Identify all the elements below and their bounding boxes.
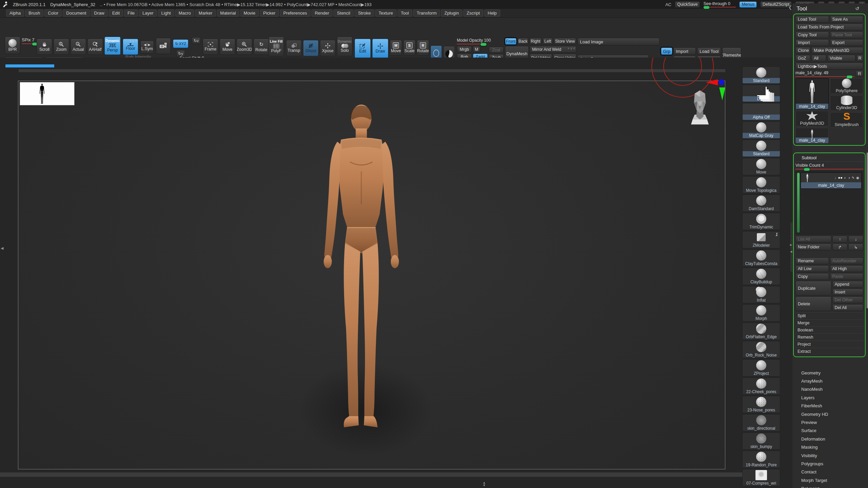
- draw-button[interactable]: Draw: [372, 39, 388, 58]
- sculpted-male-figure[interactable]: [310, 100, 412, 436]
- ghost-button[interactable]: Ghost: [303, 40, 319, 56]
- scroll-down-arrow-icon[interactable]: ◀: [790, 250, 792, 253]
- tray-item[interactable]: ZProject: [742, 359, 780, 377]
- tray-item[interactable]: skin_bumpy: [742, 432, 780, 450]
- menu-item[interactable]: Transform: [413, 9, 440, 17]
- append-button[interactable]: Append: [832, 281, 864, 288]
- lightbox-tools-button[interactable]: Lightbox▶Tools: [795, 63, 863, 69]
- tray-item[interactable]: ClayBuildup: [742, 268, 780, 285]
- menu-item[interactable]: Stroke: [355, 9, 374, 17]
- floor-button[interactable]: x y z ▼ Floor: [123, 39, 138, 55]
- menu-item[interactable]: Alpha: [6, 9, 24, 17]
- tool-thumb-male14clay-2[interactable]: male_14_clay: [795, 128, 829, 143]
- tray-item[interactable]: TrimDynamic: [742, 213, 780, 230]
- menu-item[interactable]: Movie: [240, 9, 259, 17]
- tray-item[interactable]: Dots: [742, 85, 780, 102]
- active-tool-slider[interactable]: male_14_clay. 49: [795, 70, 854, 77]
- half-left-toggle-icon[interactable]: ◐: [844, 176, 846, 180]
- menu-item[interactable]: Tool: [398, 9, 412, 17]
- subtool-op-row[interactable]: Split: [795, 312, 863, 319]
- subtool-op-row[interactable]: Remesh: [795, 333, 863, 341]
- model-opacity-slider[interactable]: Model Opacity 100: [457, 38, 487, 44]
- persp-button[interactable]: Dynamic Persp: [104, 37, 121, 55]
- move-out-folder-button[interactable]: ↳: [848, 244, 863, 250]
- reset-icon[interactable]: ↺: [855, 6, 859, 11]
- tray-item[interactable]: Standard: [742, 66, 780, 84]
- palette-section-header[interactable]: Masking: [794, 443, 866, 451]
- menu-item[interactable]: Picker: [260, 9, 279, 17]
- subtool-empty-slot[interactable]: .: [801, 189, 862, 204]
- palette-section-header[interactable]: Polygroups: [794, 460, 866, 468]
- half-right-toggle-icon[interactable]: ◑: [848, 176, 850, 180]
- import-button[interactable]: Import: [673, 47, 696, 55]
- panel-scrollbar-thumb[interactable]: [867, 152, 868, 308]
- panel-collapse-arrow[interactable]: ❮: [788, 5, 792, 10]
- model-opacity-knob[interactable]: [480, 43, 487, 46]
- tool-thumb-simplebrush[interactable]: S SimpleBrush: [830, 112, 863, 128]
- palette-section-header[interactable]: Geometry HD: [794, 410, 866, 418]
- palette-section-header[interactable]: Contact: [794, 468, 866, 476]
- menu-item[interactable]: Layer: [139, 9, 157, 17]
- subtool-empty-slot[interactable]: .: [801, 204, 862, 219]
- spix-slider[interactable]: SPix 7: [22, 37, 38, 44]
- menu-item[interactable]: Brush: [25, 9, 43, 17]
- floor-axes-label[interactable]: x y z: [130, 39, 137, 42]
- view-left-button[interactable]: Left: [543, 38, 553, 45]
- menu-item[interactable]: Document: [63, 9, 89, 17]
- tray-item[interactable]: 22-Cheek_pores: [742, 378, 780, 395]
- menu-item[interactable]: Zplugin: [441, 9, 462, 17]
- blue-tray-handle[interactable]: [5, 64, 54, 67]
- solo-button[interactable]: Dynamic Solo: [337, 37, 352, 56]
- tray-item[interactable]: Standard: [742, 140, 780, 157]
- axis-z-dot[interactable]: [719, 79, 724, 85]
- rotate-gizmo-button[interactable]: R Rotate: [417, 40, 429, 56]
- menu-item[interactable]: Color: [44, 9, 62, 17]
- bottom-divider-handle[interactable]: ▲▼: [483, 481, 486, 487]
- autoreorder-button[interactable]: AutoReorder: [830, 258, 864, 264]
- move-to-folder-button[interactable]: ↱: [832, 244, 847, 250]
- shelf-load-tool-button[interactable]: Load Tool: [697, 47, 721, 55]
- tray-item[interactable]: 1 ZModeler: [742, 231, 780, 248]
- tool-thumb-polysphere[interactable]: PolySphere: [830, 78, 863, 94]
- polypaint-toggle-icon[interactable]: ●●: [838, 176, 842, 180]
- view-right-button[interactable]: Right: [529, 38, 542, 45]
- palette-section-header[interactable]: Visibility: [794, 451, 866, 460]
- brush-toggle-icon[interactable]: ✎: [852, 176, 854, 180]
- tool-thumb-male14clay[interactable]: male_14_clay: [795, 78, 829, 109]
- tray-item[interactable]: Move Topologica: [742, 176, 780, 194]
- all-high-button[interactable]: All High: [830, 265, 864, 272]
- rotate-canvas-button[interactable]: ↻ Rotate: [254, 39, 269, 55]
- menu-item[interactable]: Macro: [175, 9, 194, 17]
- palette-section-header[interactable]: Morph Target: [794, 476, 866, 484]
- xpose-button[interactable]: Xpose: [320, 40, 336, 56]
- default-zscript-button[interactable]: DefaultZScript: [760, 1, 792, 8]
- load-tools-from-project-button[interactable]: Load Tools From Project: [795, 24, 863, 30]
- menu-item[interactable]: Marker: [195, 9, 216, 17]
- rename-button[interactable]: Rename: [795, 258, 829, 264]
- subtool-op-row[interactable]: Extract: [795, 348, 863, 355]
- tray-item[interactable]: 23-Nose_pores: [742, 396, 780, 413]
- new-folder-button[interactable]: New Folder: [795, 244, 831, 250]
- zcut-button[interactable]: Zcut: [489, 47, 504, 53]
- quicksave-button[interactable]: QuickSave: [675, 1, 700, 8]
- mrgb-button[interactable]: Mrgb: [457, 46, 472, 53]
- palette-section-header[interactable]: Polypaint: [794, 484, 866, 488]
- menu-item[interactable]: Draw: [91, 9, 108, 17]
- sculpt-canvas[interactable]: [18, 81, 725, 469]
- make-polymesh3d-button[interactable]: Make PolyMesh3D: [811, 47, 863, 54]
- goz-visible-button[interactable]: Visible: [827, 55, 855, 62]
- tray-item[interactable]: ClayTubesConsta: [742, 249, 780, 267]
- m-button[interactable]: M: [473, 46, 480, 53]
- subtool-scrollbar[interactable]: [797, 172, 800, 233]
- menu-item[interactable]: Material: [217, 9, 239, 17]
- tray-item[interactable]: 19-Randon_Pore: [742, 451, 780, 468]
- scroll-button[interactable]: Scroll: [37, 39, 52, 55]
- tray-item[interactable]: 07-Compres_wri: [742, 469, 780, 486]
- clone-button[interactable]: Clone: [795, 47, 810, 54]
- eye-toggle-icon[interactable]: ◉: [856, 176, 859, 180]
- move-canvas-button[interactable]: Move: [220, 39, 235, 55]
- subtool-down-button[interactable]: ↓: [848, 236, 863, 243]
- aahalf-button[interactable]: AAHalf: [87, 39, 103, 55]
- load-image-button[interactable]: Load Image: [578, 38, 660, 45]
- tray-item[interactable]: OrbFlatten_Edge: [742, 323, 780, 340]
